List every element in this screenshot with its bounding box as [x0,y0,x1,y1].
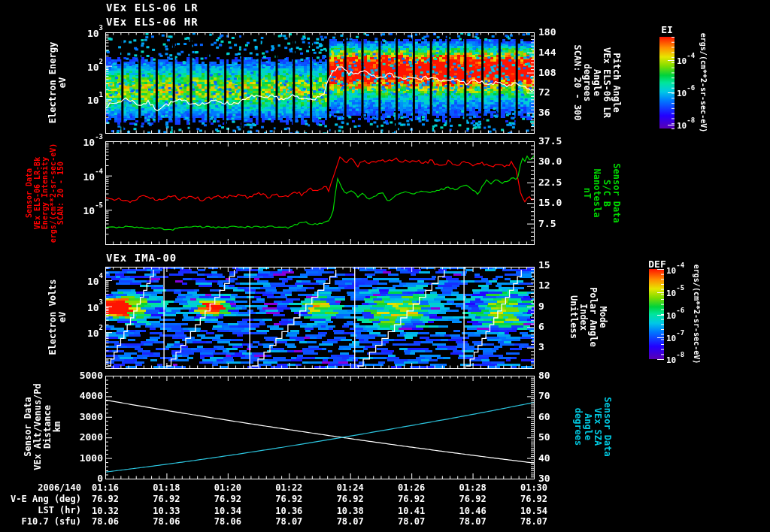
panel4-ylabel: Sensor DataVEx Alt/Venus/PdDistancekm [23,383,62,470]
panel1-title-line2: VEx ELS-06 HR [106,17,199,27]
table-cell: 10.32 [83,506,128,516]
table-cell: 78.07 [266,516,311,527]
date-label: 2006/140 [6,482,81,493]
table-cell: 10.38 [328,506,373,516]
colorbar-ei-title: EI [651,25,683,35]
panel3-ylabel: Electron VoltseV [48,279,68,355]
panel3-ytick: 104 [71,274,103,287]
panel1-right-tick: 180 [538,27,581,38]
table-cell: 76.92 [144,494,189,504]
panel1-title-line1: VEx ELS-06 LR [106,2,199,13]
table-cell: 76.92 [266,494,311,504]
panel3-ytick: 102 [71,325,103,339]
table-cell: 76.92 [328,494,373,504]
panel1-ytick: 102 [71,59,103,73]
time-tick-label: 01:26 [389,482,434,493]
panel2-ytick: 10-4 [71,169,103,183]
colorbar-ei-unit: ergs/(cm**2-sr-sec-eV) [699,33,708,132]
table-cell: 78.07 [511,516,556,527]
table-cell: 78.07 [328,516,373,527]
panel1-ytick: 103 [71,26,103,39]
time-tick-label: 01:22 [266,482,311,493]
time-tick-label: 01:30 [511,482,556,493]
panel4-ytick: 4000 [71,391,103,401]
colorbar-def-unit: ergs/(cm**2-sr-sec-eV) [693,264,701,364]
panel4-right-tick: 80 [538,370,581,381]
panel4-ytick: 3000 [71,412,103,422]
panel4-ytick: 1000 [71,453,103,464]
table-cell: 76.92 [83,494,128,504]
time-tick-label: 01:16 [83,482,128,493]
panel2-right-tick: 30.0 [538,156,581,167]
table-cell: 76.92 [205,494,250,504]
table-cell: 10.46 [450,506,496,516]
time-tick-label: 01:28 [450,482,496,493]
panel3-ytick: 103 [71,300,103,313]
panel1-right-label: Pitch AngleVEx ELS-06 LRAngledegreesSCAN… [572,44,621,120]
panel1-ytick: 101 [71,92,103,106]
panel4-ytick: 2000 [71,432,103,443]
panel2-ytick: 10-5 [71,203,103,216]
panel3-right-label: ModePolar AngleIndexUnitless [568,287,608,346]
row-label-lst: LST (hr) [6,505,81,515]
table-cell: 78.06 [83,516,128,527]
row-label-f107: F10.7 (sfu) [6,516,81,527]
panel2-right-tick: 7.5 [538,219,581,229]
panel3-right-tick: 15 [538,260,581,271]
table-cell: 10.54 [511,506,556,516]
time-tick-label: 01:24 [328,482,373,493]
table-cell: 10.36 [266,506,311,516]
panel2-ytick: 10-3 [71,135,103,148]
table-cell: 78.07 [389,516,434,527]
panel2-right-tick: 15.0 [538,198,581,208]
table-cell: 10.41 [389,506,434,516]
table-cell: 78.07 [450,516,496,527]
table-cell: 78.06 [205,516,250,527]
panel2-right-tick: 37.5 [538,136,581,147]
panel4-ytick: 5000 [71,370,103,381]
panel1-ylabel: Electron EnergyeV [48,42,68,123]
panel2-ylabel: Sensor DataVEx ELS-06 LR-BkEnergy Intens… [26,144,65,243]
panel2-right-label: Sensor DataS/C BNanoteslanT [582,163,621,222]
table-cell: 78.06 [144,516,189,527]
panel2-right-tick: 22.5 [538,177,581,188]
table-cell: 10.34 [205,506,250,516]
table-cell: 76.92 [389,494,434,504]
time-tick-label: 01:20 [205,482,250,493]
row-label-ve-ang: V-E Ang (deg) [6,494,81,504]
vex-tplot-page: VEx ELS-06 LR VEx ELS-06 HR VEx IMA-00 E… [0,0,770,532]
panel3-title: VEx IMA-00 [106,252,177,263]
table-cell: 10.33 [144,506,189,516]
panel4-right-label: Sensor DataVEx SZAAngledegrees [573,397,612,456]
table-cell: 76.92 [511,494,556,504]
time-tick-label: 01:18 [144,482,189,493]
table-cell: 76.92 [450,494,496,504]
